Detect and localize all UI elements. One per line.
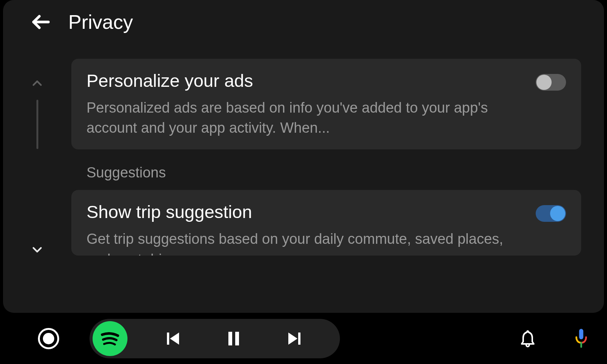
personalize-ads-toggle[interactable] (536, 74, 566, 91)
media-controls (90, 319, 340, 358)
toggle-knob (536, 75, 552, 90)
scroll-track[interactable] (36, 100, 38, 149)
home-button[interactable] (38, 328, 59, 349)
home-dot-icon (43, 333, 54, 344)
setting-description: Get trip suggestions based on your daily… (86, 229, 524, 256)
chevron-up-icon (31, 77, 44, 90)
header: Privacy (3, 0, 604, 37)
svg-rect-3 (228, 332, 232, 345)
next-track-button[interactable] (264, 322, 325, 356)
svg-rect-6 (298, 333, 300, 345)
scroll-up-button[interactable] (28, 74, 47, 93)
mic-icon (573, 328, 590, 349)
pause-icon (225, 329, 243, 348)
toggle-knob (550, 206, 565, 221)
media-app-button[interactable] (93, 321, 127, 356)
spotify-icon (98, 327, 122, 350)
svg-rect-7 (579, 329, 583, 339)
svg-marker-2 (170, 333, 179, 345)
notifications-button[interactable] (517, 328, 538, 349)
svg-marker-5 (288, 333, 297, 345)
play-pause-button[interactable] (203, 322, 264, 356)
right-icons (517, 328, 592, 349)
page-title: Privacy (68, 11, 133, 33)
content-area: Personalize your ads Personalized ads ar… (3, 53, 604, 313)
settings-panel: Privacy Personalize (3, 0, 604, 313)
screen: Privacy Personalize (0, 0, 607, 364)
scroll-down-button[interactable] (28, 240, 47, 259)
bell-icon (519, 329, 537, 348)
skip-previous-icon (164, 329, 182, 348)
section-label-suggestions: Suggestions (86, 165, 581, 181)
card-text: Show trip suggestion Get trip suggestion… (86, 201, 536, 256)
setting-title: Show trip suggestion (86, 201, 524, 222)
arrow-left-icon (31, 12, 51, 32)
setting-description: Personalized ads are based on info you'v… (86, 98, 524, 138)
back-button[interactable] (30, 11, 52, 33)
trip-suggestion-toggle[interactable] (536, 205, 566, 222)
setting-show-trip-suggestion[interactable]: Show trip suggestion Get trip suggestion… (71, 190, 581, 256)
card-text: Personalize your ads Personalized ads ar… (86, 70, 536, 138)
settings-list: Personalize your ads Personalized ads ar… (71, 53, 604, 313)
svg-rect-1 (167, 333, 169, 345)
setting-title: Personalize your ads (86, 70, 524, 91)
voice-assistant-button[interactable] (571, 328, 592, 349)
bottom-nav-bar (0, 313, 607, 364)
previous-track-button[interactable] (143, 322, 203, 356)
setting-personalize-ads[interactable]: Personalize your ads Personalized ads ar… (71, 59, 581, 149)
scroll-indicator (3, 53, 71, 313)
chevron-down-icon (31, 243, 44, 256)
skip-next-icon (285, 329, 304, 348)
svg-rect-4 (235, 332, 239, 345)
